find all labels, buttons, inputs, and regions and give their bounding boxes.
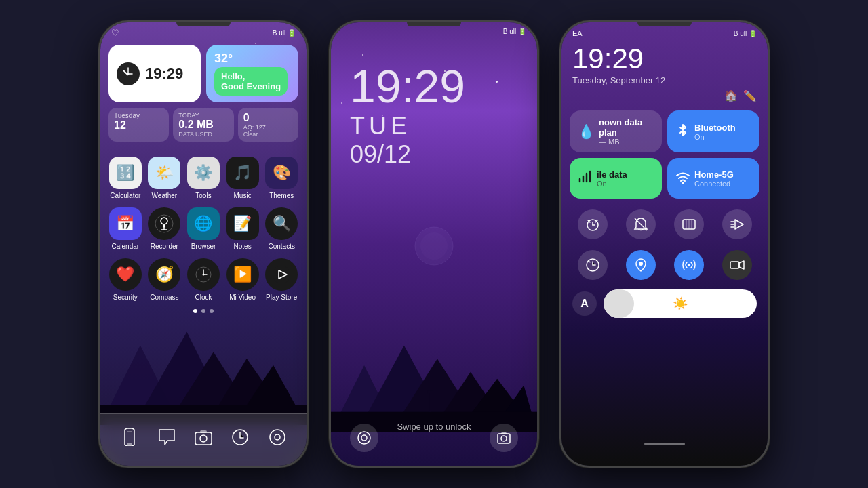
weather-label: Weather <box>152 192 178 199</box>
tools-label: Tools <box>195 192 211 199</box>
svg-point-61 <box>639 262 643 266</box>
phone-lock: B ull 🔋 19:29 TUE 09/12 Swipe up to unlo… <box>329 20 539 468</box>
cc-btn-nfc[interactable] <box>674 250 704 280</box>
cc-date: Tuesday, September 12 <box>572 75 757 85</box>
svg-point-62 <box>688 264 690 266</box>
brightness-slider[interactable]: ☀️ <box>604 289 757 318</box>
today-label: TODAY <box>178 112 228 119</box>
app-browser[interactable]: 🌐 Browser <box>185 207 222 250</box>
app-play-store[interactable]: Play Store <box>263 258 300 301</box>
cc-btn-dnd[interactable] <box>626 209 656 239</box>
cc-clock: 19:29 <box>572 43 757 75</box>
weather-widget[interactable]: 32° Hello,Good Evening <box>206 45 298 102</box>
page-dots <box>100 306 307 316</box>
svg-rect-39 <box>427 390 433 393</box>
app-calendar[interactable]: 📅 Calendar <box>107 207 144 250</box>
cc-carrier: EA <box>572 29 583 37</box>
svg-point-30 <box>420 232 448 260</box>
svg-rect-63 <box>730 262 739 268</box>
cc-home-icon[interactable]: 🏠 <box>724 89 738 102</box>
clock-app-icon <box>187 258 220 291</box>
flashlight-icon <box>357 431 371 445</box>
data-plan-sub: — MB <box>599 138 654 146</box>
cc-status-icons: B ull 🔋 <box>734 30 757 37</box>
cc-btn-alarm[interactable] <box>578 209 608 239</box>
aq-sub: Clear <box>243 131 293 138</box>
phone-home: ♡ B ull 🔋 19:29 32° Hello,Good Evening <box>98 20 309 468</box>
temperature: 32° <box>214 52 290 66</box>
app-themes[interactable]: 🎨 Themes <box>263 157 300 199</box>
browser-icon: 🌐 <box>187 207 220 240</box>
cc-btn-cast[interactable] <box>722 209 752 239</box>
cc-btn-screenshot[interactable] <box>674 209 704 239</box>
cc-tile-wifi[interactable]: Home-5G Connected <box>667 158 760 199</box>
cc-time: 19:29 Tuesday, September 12 <box>561 40 768 88</box>
cc-tile-bluetooth[interactable]: Bluetooth On <box>667 110 760 152</box>
cc-header: EA B ull 🔋 <box>561 22 768 40</box>
dot-2 <box>201 309 205 313</box>
clock-widget[interactable]: 19:29 <box>108 45 201 102</box>
app-weather[interactable]: 🌤️ Weather <box>146 157 183 199</box>
play-store-label: Play Store <box>266 293 297 301</box>
cc-tiles: 💧 nown data plan — MB Bluetooth On <box>561 105 768 204</box>
music-label: Music <box>234 192 252 199</box>
contacts-label: Contacts <box>268 243 294 250</box>
lock-bottom-controls <box>331 424 537 452</box>
cc-btn-video[interactable] <box>722 250 752 280</box>
app-music[interactable]: 🎵 Music <box>224 157 261 199</box>
cc-handle <box>644 443 685 445</box>
themes-icon: 🎨 <box>265 157 298 189</box>
cc-btn-location[interactable] <box>626 250 656 280</box>
dock-settings[interactable] <box>262 422 292 452</box>
tools-icon: ⚙️ <box>187 157 220 189</box>
date-value: 12 <box>114 119 163 131</box>
aq-widget[interactable]: 0 AQ: 127 Clear <box>238 108 298 142</box>
app-recorder[interactable]: Recorder <box>146 207 183 250</box>
cc-btn-text[interactable]: A <box>572 291 597 316</box>
lock-battery: B ull 🔋 <box>503 28 526 35</box>
dock-phone[interactable] <box>115 422 144 452</box>
svg-rect-12 <box>163 224 165 228</box>
day-label: Tuesday <box>114 112 163 119</box>
calculator-icon: 🔢 <box>109 157 142 189</box>
app-security[interactable]: ❤️ Security <box>107 258 144 301</box>
lock-day: TUE <box>350 112 537 140</box>
data-widget[interactable]: TODAY 0.2 MB DATA USED <box>173 108 233 142</box>
brightness-icon: ☀️ <box>673 296 688 311</box>
browser-label: Browser <box>191 243 216 250</box>
phone-control-center: EA B ull 🔋 19:29 Tuesday, September 12 🏠… <box>559 20 770 468</box>
lock-flashlight[interactable] <box>350 424 378 452</box>
dock-recents[interactable] <box>225 422 255 452</box>
app-tools[interactable]: ⚙️ Tools <box>185 157 222 199</box>
svg-point-45 <box>682 182 684 184</box>
svg-point-41 <box>361 435 367 441</box>
bluetooth-title: Bluetooth <box>694 123 736 133</box>
lock-camera[interactable] <box>490 424 518 452</box>
dock-camera[interactable] <box>189 422 218 452</box>
cc-btn-clock[interactable] <box>578 250 608 280</box>
app-grid: 🔢 Calculator 🌤️ Weather ⚙️ Tools 🎵 Music… <box>100 146 307 306</box>
svg-point-28 <box>275 434 280 440</box>
compass-icon: 🧭 <box>148 258 180 291</box>
app-contacts[interactable]: 🔍 Contacts <box>263 207 300 250</box>
mi-video-icon: ▶️ <box>226 258 259 291</box>
app-notes[interactable]: 📝 Notes <box>224 207 261 250</box>
app-clock[interactable]: Clock <box>185 258 222 301</box>
svg-rect-38 <box>429 392 431 411</box>
cc-tile-data[interactable]: 💧 nown data plan — MB <box>570 110 662 152</box>
wifi-sub: Connected <box>694 180 734 188</box>
cc-edit-icon[interactable]: ✏️ <box>743 89 757 102</box>
dot-1 <box>193 309 197 313</box>
contacts-icon: 🔍 <box>265 207 298 240</box>
calendar-label: Calendar <box>112 243 140 250</box>
svg-marker-64 <box>739 261 744 269</box>
cc-tile-mobile-data[interactable]: ile data On <box>570 158 662 199</box>
date-widget[interactable]: Tuesday 12 <box>108 108 169 142</box>
app-compass[interactable]: 🧭 Compass <box>146 258 183 301</box>
app-calculator[interactable]: 🔢 Calculator <box>107 157 144 199</box>
svg-rect-22 <box>127 443 132 445</box>
battery-status: B ull 🔋 <box>273 29 296 37</box>
themes-label: Themes <box>269 192 294 199</box>
dock-messages[interactable] <box>152 422 182 452</box>
app-mi-video[interactable]: ▶️ Mi Video <box>224 258 261 301</box>
